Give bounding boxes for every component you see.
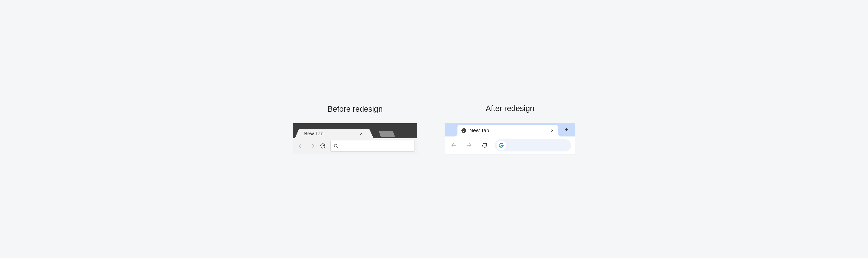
close-tab-button-before[interactable]: × — [359, 130, 364, 137]
plus-icon: + — [565, 126, 568, 133]
tab-title-after: New Tab — [469, 127, 548, 134]
arrow-left-icon — [451, 142, 457, 148]
search-icon — [333, 143, 339, 148]
active-tab-after[interactable]: New Tab × — [458, 125, 558, 137]
tab-title-before: New Tab — [304, 131, 359, 137]
svg-point-6 — [463, 130, 465, 132]
after-panel: After redesign New Tab × + — [445, 104, 575, 154]
new-tab-button-before[interactable] — [378, 131, 395, 137]
forward-button-after[interactable] — [464, 140, 474, 150]
toolbar-after — [445, 137, 575, 154]
address-bar-after[interactable] — [495, 139, 571, 151]
back-button-after[interactable] — [449, 140, 459, 150]
forward-button-before[interactable] — [307, 141, 317, 151]
svg-line-3 — [337, 147, 338, 148]
close-tab-button-after[interactable]: × — [550, 127, 555, 134]
active-tab-before[interactable]: New Tab × — [299, 129, 370, 138]
arrow-right-icon — [309, 143, 315, 149]
before-heading: Before redesign — [328, 105, 382, 113]
after-heading: After redesign — [486, 104, 534, 113]
address-bar-before[interactable] — [331, 140, 414, 152]
chrome-icon — [461, 128, 467, 133]
reload-button-before[interactable] — [318, 141, 328, 151]
chrome-window-before: New Tab × — [293, 123, 417, 154]
tabstrip-before: New Tab × — [293, 123, 417, 138]
chrome-window-after: New Tab × + — [445, 123, 575, 154]
back-button-before[interactable] — [296, 141, 306, 151]
tabstrip-after: New Tab × + — [445, 123, 575, 137]
reload-icon — [320, 143, 326, 149]
reload-button-after[interactable] — [479, 140, 490, 150]
new-tab-button-after[interactable]: + — [562, 123, 571, 137]
arrow-right-icon — [466, 142, 472, 148]
before-panel: Before redesign New Tab × — [293, 105, 417, 154]
arrow-left-icon — [298, 143, 304, 149]
toolbar-before — [293, 138, 417, 154]
google-g-icon — [497, 141, 506, 150]
reload-icon — [482, 142, 488, 148]
